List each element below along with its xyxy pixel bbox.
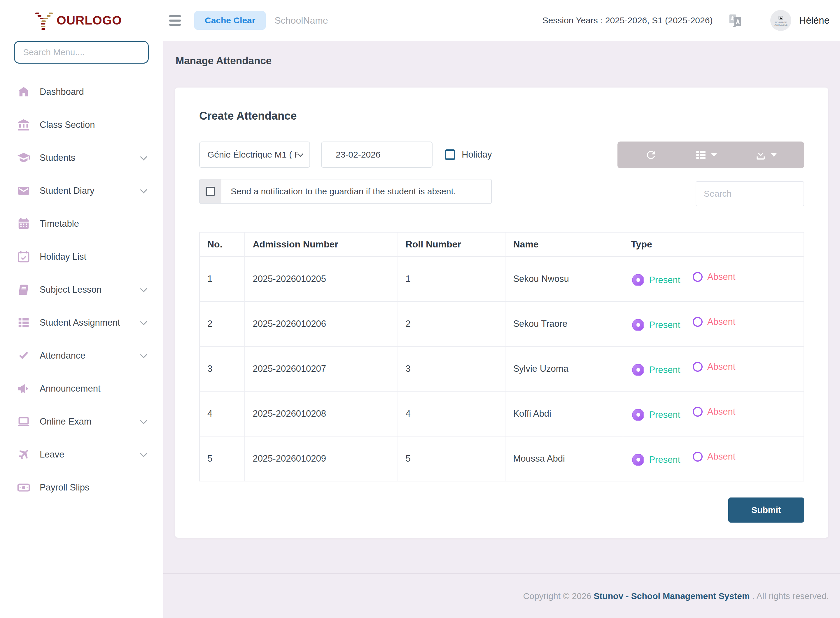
absent-label: Absent: [707, 452, 736, 462]
holiday-checkbox[interactable]: [445, 149, 455, 160]
absent-radio[interactable]: [693, 452, 703, 462]
absent-option[interactable]: Absent: [693, 272, 736, 282]
notify-checkbox[interactable]: [206, 187, 215, 196]
cache-clear-button[interactable]: Cache Clear: [194, 11, 266, 30]
table-header-row: No. Admission Number Roll Number Name Ty…: [200, 232, 804, 257]
sidebar-item[interactable]: Class Section: [0, 108, 163, 141]
refresh-button[interactable]: [645, 149, 657, 161]
sidebar-item-label: Students: [40, 153, 140, 163]
absent-option[interactable]: Absent: [693, 407, 736, 417]
present-option[interactable]: Present: [632, 409, 680, 421]
download-icon: [754, 149, 767, 161]
create-attendance-card: Create Attendance Génie Électrique M1 ( …: [175, 88, 828, 538]
sidebar-item[interactable]: Timetable: [0, 207, 163, 240]
chevron-down-icon: [140, 417, 147, 424]
absent-option[interactable]: Absent: [693, 361, 736, 372]
absent-radio[interactable]: [693, 362, 703, 372]
present-option[interactable]: Present: [632, 274, 680, 286]
present-label: Present: [649, 365, 680, 375]
card-title: Create Attendance: [199, 110, 804, 122]
column-header-admission: Admission Number: [245, 232, 397, 257]
present-radio[interactable]: [632, 409, 644, 421]
megaphone-icon: [17, 382, 31, 395]
submit-button[interactable]: Submit: [728, 498, 804, 523]
page-title: Manage Attendance: [175, 55, 828, 67]
notify-group: Send a notification to the guardian if t…: [199, 179, 492, 204]
sidebar-item-label: Student Diary: [40, 186, 140, 196]
product-link[interactable]: Stunov - School Management System: [594, 591, 750, 601]
present-radio[interactable]: [632, 319, 644, 331]
holiday-label: Holiday: [462, 149, 492, 160]
sidebar-item-label: Attendance: [40, 351, 140, 361]
calendar-icon: [17, 217, 31, 230]
photo-placeholder-icon: [777, 15, 785, 21]
columns-button[interactable]: [695, 149, 717, 161]
user-name[interactable]: Hélène: [799, 15, 830, 26]
column-header-type: Type: [623, 232, 804, 257]
column-header-roll: Roll Number: [398, 232, 505, 257]
cell-roll-number: 2: [398, 302, 505, 346]
sidebar-item-label: Online Exam: [40, 416, 140, 427]
sidebar-item[interactable]: Attendance: [0, 339, 163, 372]
absent-option[interactable]: Absent: [693, 316, 736, 327]
table-search-input[interactable]: [696, 181, 804, 206]
sidebar-item-label: Announcement: [40, 383, 140, 394]
menu-toggle-button[interactable]: [169, 15, 181, 26]
absent-label: Absent: [707, 272, 736, 282]
cell-no: 4: [200, 391, 245, 436]
money-icon: [17, 481, 31, 494]
present-radio[interactable]: [632, 454, 644, 466]
cell-no: 5: [200, 436, 245, 481]
logo-y-icon: [34, 11, 54, 30]
chevron-down-icon: [140, 153, 147, 160]
caret-down-icon: [771, 153, 777, 157]
sidebar-search-input[interactable]: [14, 41, 149, 64]
cell-admission-number: 2025-2026010207: [245, 346, 397, 391]
present-option[interactable]: Present: [632, 454, 680, 466]
sidebar-item[interactable]: Students: [0, 141, 163, 174]
sidebar-item[interactable]: Online Exam: [0, 405, 163, 438]
student-row: 4 2025-2026010208 4 Koffi Abdi Present: [200, 391, 804, 436]
cell-no: 1: [200, 257, 245, 302]
sidebar-item[interactable]: Subject Lesson: [0, 273, 163, 306]
chevron-down-icon: [140, 450, 147, 457]
notify-label: Send a notification to the guardian if t…: [221, 180, 456, 204]
cell-type: Present Absent: [623, 436, 804, 481]
export-button[interactable]: [754, 149, 777, 161]
sidebar-item[interactable]: Announcement: [0, 372, 163, 405]
content-area: Manage Attendance Create Attendance Géni…: [163, 41, 840, 573]
sidebar-item[interactable]: Payroll Slips: [0, 471, 163, 504]
app-logo[interactable]: OURLOGO: [0, 11, 163, 30]
sidebar-item[interactable]: Student Diary: [0, 174, 163, 207]
absent-radio[interactable]: [693, 272, 703, 282]
table-toolbar: [618, 141, 804, 168]
sidebar-item[interactable]: Leave: [0, 438, 163, 471]
sidebar-item[interactable]: Holiday List: [0, 240, 163, 273]
avatar[interactable]: NO IMAGE AVAILABLE: [770, 10, 791, 31]
present-option[interactable]: Present: [632, 319, 680, 331]
main-column: Cache Clear SchoolName Session Years : 2…: [163, 0, 840, 618]
date-input[interactable]: [321, 141, 433, 168]
present-label: Present: [649, 455, 680, 465]
absent-radio[interactable]: [693, 317, 703, 327]
sidebar-item[interactable]: Dashboard: [0, 75, 163, 108]
copyright-prefix: Copyright © 2026: [523, 591, 591, 601]
holiday-checkbox-group[interactable]: Holiday: [445, 149, 492, 160]
list-icon: [17, 316, 31, 330]
caret-down-icon: [711, 153, 717, 157]
sidebar-item-label: Holiday List: [40, 251, 140, 262]
sidebar-item[interactable]: Student Assignment: [0, 306, 163, 339]
sidebar-item-label: Payroll Slips: [40, 482, 140, 493]
absent-option[interactable]: Absent: [693, 452, 736, 462]
cell-type: Present Absent: [623, 346, 804, 391]
column-header-no: No.: [200, 232, 245, 257]
present-option[interactable]: Present: [632, 364, 680, 376]
cell-student-name: Sekou Traore: [505, 302, 623, 346]
present-radio[interactable]: [632, 364, 644, 376]
class-select[interactable]: Génie Électrique M1 ( Pô: [199, 141, 310, 168]
absent-radio[interactable]: [693, 407, 703, 417]
present-radio[interactable]: [632, 274, 644, 286]
select-chevron-icon: [298, 151, 303, 157]
language-switch-icon[interactable]: [726, 12, 744, 29]
sidebar-nav: Dashboard Class Section Students: [0, 75, 163, 504]
